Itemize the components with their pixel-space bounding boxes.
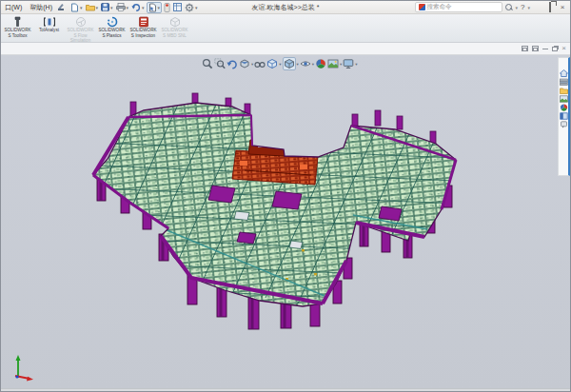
ribbon-label: SOLIDWORKS Inspection xyxy=(128,28,158,38)
view-palette-tab[interactable] xyxy=(560,95,568,102)
restore-button[interactable] xyxy=(545,3,555,12)
file-explorer-tab[interactable] xyxy=(560,87,568,93)
ribbon-label: SOLIDWORKS Flow Simulation xyxy=(66,28,95,44)
help-button[interactable]: ? xyxy=(521,3,524,11)
save-button[interactable]: ▾ xyxy=(100,2,114,13)
menu-help[interactable]: 帮助(H) xyxy=(29,3,53,12)
ribbon-item-tolanalyst[interactable]: TolAnalyst xyxy=(34,15,64,33)
zoom-to-fit-button[interactable] xyxy=(202,58,213,69)
document-new-window-icon[interactable] xyxy=(532,46,539,51)
undo-button[interactable]: ▾ xyxy=(130,2,146,13)
chevron-down-icon: ▾ xyxy=(195,5,198,10)
open-document-button[interactable]: ▾ xyxy=(85,2,100,13)
minimize-button[interactable] xyxy=(533,3,542,12)
search-options-caret[interactable]: ▾ xyxy=(516,5,519,10)
document-restore-button[interactable] xyxy=(552,47,558,51)
quick-access-toolbar: ▾ ▾ ▾ ▾ ▾ ▾ ▾ xyxy=(69,2,199,13)
ribbon-item-inspection[interactable]: SOLIDWORKS Inspection xyxy=(128,15,158,38)
section-view-button[interactable] xyxy=(239,58,250,69)
properties-grid-icon xyxy=(173,3,182,11)
hide-show-items-button[interactable] xyxy=(300,58,311,69)
ribbon-item-mbd-snl: SOLIDWORKS MBD SNL xyxy=(160,15,189,38)
chevron-down-icon: ▾ xyxy=(142,5,145,10)
new-document-button[interactable]: ▾ xyxy=(69,2,84,13)
command-search-box[interactable]: 搜索命令 xyxy=(415,2,502,12)
zoom-to-fit-icon xyxy=(202,58,213,69)
annotation-glasses-icon xyxy=(254,58,266,69)
eye-icon xyxy=(300,58,311,69)
search-placeholder: 搜索命令 xyxy=(427,3,452,11)
chevron-down-icon: ▾ xyxy=(158,5,161,10)
chevron-down-icon: ▾ xyxy=(127,5,129,10)
custom-properties-tab[interactable] xyxy=(560,112,568,119)
chevron-down-icon: ▾ xyxy=(110,5,113,10)
mbd-snl-icon xyxy=(169,15,181,28)
commandmanager-ribbon: SOLIDWORKS Toolbox TolAnalyst SOLIDWORKS… xyxy=(1,14,570,43)
3d-model-canvas[interactable] xyxy=(1,55,571,388)
solidworks-resources-home-tab[interactable] xyxy=(560,69,568,76)
appearance-ball-icon xyxy=(315,58,326,69)
chevron-down-icon: ▾ xyxy=(80,5,83,10)
solidworks-forum-tab[interactable] xyxy=(560,121,568,127)
ribbon-item-flow-simulation: SOLIDWORKS Flow Simulation xyxy=(66,15,95,44)
selection-filter-button[interactable]: ▾ xyxy=(147,2,163,13)
close-button[interactable]: × xyxy=(558,3,567,12)
view-settings-button[interactable] xyxy=(343,58,354,69)
apply-scene-button[interactable] xyxy=(327,58,339,69)
open-folder-icon xyxy=(86,3,95,11)
view-cube-icon xyxy=(266,58,278,69)
traffic-light-icon xyxy=(164,3,170,12)
tolanalyst-icon xyxy=(44,15,55,28)
title-bar: 口(W) 帮助(H) ▾ ▾ ▾ ▾ ▾ ▾ xyxy=(1,1,570,14)
status-bar xyxy=(1,388,570,392)
zoom-to-area-button[interactable] xyxy=(214,58,226,69)
help-caret[interactable]: ▾ xyxy=(527,5,530,10)
options-button[interactable]: ▾ xyxy=(184,2,199,13)
restore-icon xyxy=(549,2,551,12)
menu-bar: 口(W) 帮助(H) xyxy=(4,3,53,12)
design-library-tab[interactable] xyxy=(560,78,568,85)
undo-arrow-icon xyxy=(131,3,141,11)
rebuild-button[interactable] xyxy=(163,2,171,13)
chevron-down-icon: ▾ xyxy=(279,62,281,67)
chevron-down-icon: ▾ xyxy=(297,62,299,67)
save-disk-icon xyxy=(101,3,109,11)
reference-triad xyxy=(15,355,33,382)
print-button[interactable]: ▾ xyxy=(115,2,130,13)
chevron-down-icon: ▾ xyxy=(251,62,253,67)
menu-window[interactable]: 口(W) xyxy=(4,3,23,12)
ribbon-item-toolbox[interactable]: SOLIDWORKS Toolbox xyxy=(3,15,32,38)
task-pane-tab-strip xyxy=(558,57,570,176)
previous-view-button[interactable] xyxy=(226,58,238,69)
zoom-to-area-icon xyxy=(214,58,226,69)
headsup-view-toolbar: ▾ ▾ ▾ ▾ ▾ ▾ xyxy=(202,57,358,70)
ribbon-item-plastics[interactable]: SOLIDWORKS Plastics xyxy=(97,15,127,38)
display-style-button[interactable] xyxy=(283,57,296,70)
gear-icon xyxy=(185,3,194,12)
search-magnifier-icon[interactable] xyxy=(505,4,513,11)
document-close-button[interactable]: × xyxy=(561,45,566,52)
flow-simulation-icon xyxy=(75,15,87,28)
dynamic-annotation-views-button[interactable] xyxy=(254,58,266,69)
pin-menu-icon[interactable] xyxy=(57,4,65,11)
document-minimize-button[interactable] xyxy=(542,49,548,49)
toolbox-bolt-icon xyxy=(12,15,23,28)
chevron-down-icon: ▾ xyxy=(355,62,357,67)
file-properties-button[interactable] xyxy=(172,2,183,13)
appearances-scenes-tab[interactable] xyxy=(560,104,568,110)
display-style-icon xyxy=(284,58,295,69)
section-view-icon xyxy=(239,58,250,69)
solidworks-window: 口(W) 帮助(H) ▾ ▾ ▾ ▾ ▾ ▾ xyxy=(0,0,571,392)
commandmanager-tab-strip: × xyxy=(1,43,570,55)
chevron-down-icon: ▾ xyxy=(340,62,342,67)
view-orientation-button[interactable] xyxy=(266,58,278,69)
graphics-area[interactable]: ▾ ▾ ▾ ▾ ▾ ▾ xyxy=(1,55,570,388)
document-restore-icon[interactable] xyxy=(522,46,528,51)
scene-icon xyxy=(327,58,339,69)
new-document-icon xyxy=(70,3,79,12)
edit-appearance-button[interactable] xyxy=(315,58,326,69)
selection-page-icon xyxy=(148,3,157,12)
inspection-icon xyxy=(138,15,149,28)
chevron-down-icon: ▾ xyxy=(96,5,99,10)
ribbon-label: SOLIDWORKS Toolbox xyxy=(3,28,32,38)
